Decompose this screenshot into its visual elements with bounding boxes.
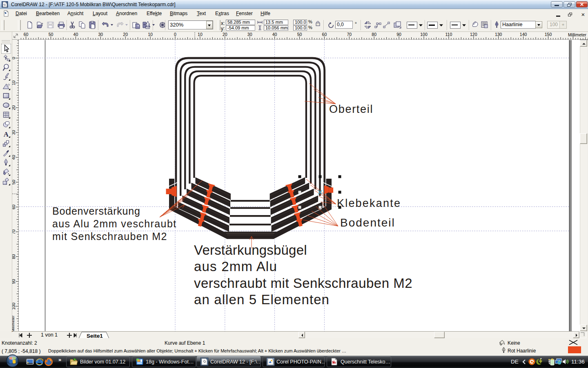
svg-text:40: 40: [74, 32, 78, 37]
svg-text:110: 110: [445, 32, 452, 37]
svg-text:50: 50: [49, 32, 53, 37]
svg-text:20: 20: [123, 32, 128, 37]
svg-text:80: 80: [372, 32, 376, 37]
svg-text:Oberteil: Oberteil: [329, 103, 373, 115]
svg-text:60: 60: [322, 32, 327, 37]
svg-text:30: 30: [247, 32, 252, 37]
svg-text:10: 10: [148, 32, 153, 37]
svg-text:120: 120: [470, 32, 477, 37]
svg-text:aus 2mm Alu: aus 2mm Alu: [194, 259, 277, 274]
svg-text:90: 90: [396, 32, 401, 37]
svg-text:130: 130: [495, 32, 502, 37]
svg-text:60: 60: [24, 32, 29, 37]
svg-text:Millimeter: Millimeter: [568, 32, 586, 37]
svg-text:verschraubt mit Senkschrauben: verschraubt mit Senkschrauben M2: [194, 276, 412, 291]
svg-text:Verstärkungsbügel: Verstärkungsbügel: [194, 242, 307, 258]
svg-text:aus Alu 2mm veschraubt: aus Alu 2mm veschraubt: [52, 218, 177, 229]
svg-text:140: 140: [520, 32, 527, 37]
svg-text:A: A: [4, 130, 9, 138]
svg-text:70: 70: [347, 32, 352, 37]
svg-text:30: 30: [98, 32, 103, 37]
svg-text:Bodenteil: Bodenteil: [340, 216, 395, 229]
svg-text:40: 40: [272, 32, 277, 37]
svg-text:100: 100: [420, 32, 428, 37]
svg-text:20: 20: [223, 32, 227, 37]
svg-text:Bodenverstärkung: Bodenverstärkung: [52, 205, 140, 217]
svg-text:10: 10: [198, 32, 203, 37]
svg-text:50: 50: [297, 32, 302, 37]
svg-text:Klebekante: Klebekante: [337, 197, 401, 209]
svg-text:150: 150: [545, 32, 552, 37]
svg-text:0: 0: [174, 32, 176, 37]
svg-text:an allen 5 Elementen: an allen 5 Elementen: [194, 292, 330, 307]
svg-text:mit Senkschrauben M2: mit Senkschrauben M2: [52, 231, 167, 242]
